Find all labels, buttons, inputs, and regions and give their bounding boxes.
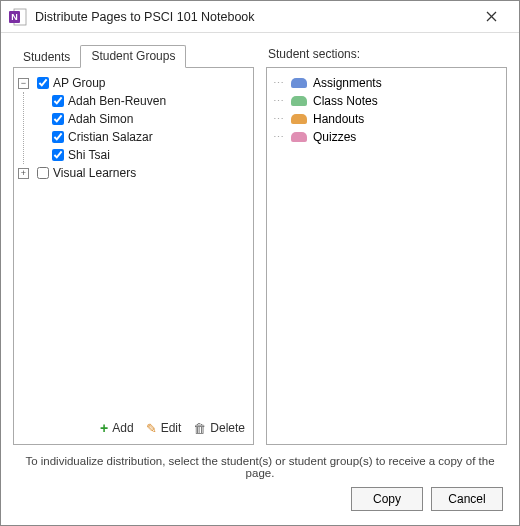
cancel-button[interactable]: Cancel: [431, 487, 503, 511]
dialog-body: Students Student Groups − AP Group: [1, 33, 519, 525]
tree-connector-icon: ⋯: [273, 77, 285, 90]
titlebar: N Distribute Pages to PSCI 101 Notebook: [1, 1, 519, 33]
group-members: Adah Ben-Reuven Adah Simon Cristian Sala: [23, 92, 249, 164]
section-item[interactable]: ⋯ Handouts: [273, 110, 500, 128]
member-checkbox[interactable]: [52, 149, 64, 161]
footer-help-text: To individualize distribution, select th…: [13, 445, 507, 487]
add-label: Add: [112, 421, 133, 435]
groups-tree: − AP Group Adah Ben-Reuven: [18, 74, 249, 414]
tree-group-row: − AP Group: [18, 74, 249, 92]
tree-spacer: [33, 150, 44, 161]
tree-member-row: Adah Simon: [33, 110, 249, 128]
pencil-icon: ✎: [146, 421, 157, 436]
close-button[interactable]: [471, 2, 511, 32]
section-tab-icon: [291, 96, 307, 106]
right-column: Student sections: ⋯ Assignments ⋯ Class …: [266, 43, 507, 445]
add-group-button[interactable]: + Add: [100, 420, 134, 436]
plus-icon: +: [100, 420, 108, 436]
section-item[interactable]: ⋯ Assignments: [273, 74, 500, 92]
section-label: Quizzes: [313, 130, 356, 144]
member-label[interactable]: Adah Simon: [68, 112, 133, 126]
tree-spacer: [33, 132, 44, 143]
dialog-buttons: Copy Cancel: [13, 487, 507, 515]
member-checkbox[interactable]: [52, 95, 64, 107]
copy-button[interactable]: Copy: [351, 487, 423, 511]
tree-member-row: Cristian Salazar: [33, 128, 249, 146]
section-tab-icon: [291, 114, 307, 124]
tree-member-row: Shi Tsai: [33, 146, 249, 164]
groups-tree-pane: − AP Group Adah Ben-Reuven: [13, 67, 254, 445]
sections-list: ⋯ Assignments ⋯ Class Notes ⋯ Han: [273, 74, 500, 146]
tab-students[interactable]: Students: [13, 47, 80, 68]
tree-spacer: [33, 114, 44, 125]
tree-connector-icon: ⋯: [273, 113, 285, 126]
member-label[interactable]: Cristian Salazar: [68, 130, 153, 144]
tabs-row: Students Student Groups: [13, 43, 254, 67]
dialog-window: N Distribute Pages to PSCI 101 Notebook …: [0, 0, 520, 526]
trash-icon: 🗑: [193, 421, 206, 436]
tree-member-row: Adah Ben-Reuven: [33, 92, 249, 110]
onenote-app-icon: N: [9, 8, 27, 26]
tree-group-row: + Visual Learners: [18, 164, 249, 182]
svg-text:N: N: [11, 12, 18, 22]
delete-group-button[interactable]: 🗑 Delete: [193, 420, 245, 436]
group-checkbox[interactable]: [37, 167, 49, 179]
tab-student-groups[interactable]: Student Groups: [80, 45, 186, 68]
edit-group-button[interactable]: ✎ Edit: [146, 420, 182, 436]
close-icon: [486, 11, 497, 22]
section-label: Assignments: [313, 76, 382, 90]
section-tab-icon: [291, 78, 307, 88]
sections-pane: ⋯ Assignments ⋯ Class Notes ⋯ Han: [266, 67, 507, 445]
content-columns: Students Student Groups − AP Group: [13, 43, 507, 445]
group-checkbox[interactable]: [37, 77, 49, 89]
section-tab-icon: [291, 132, 307, 142]
tree-connector-icon: ⋯: [273, 95, 285, 108]
tree-spacer: [33, 96, 44, 107]
tree-connector-icon: ⋯: [273, 131, 285, 144]
expand-toggle[interactable]: +: [18, 168, 29, 179]
edit-label: Edit: [161, 421, 182, 435]
expand-toggle[interactable]: −: [18, 78, 29, 89]
delete-label: Delete: [210, 421, 245, 435]
member-checkbox[interactable]: [52, 131, 64, 143]
group-actions-row: + Add ✎ Edit 🗑 Delete: [18, 414, 249, 438]
member-label[interactable]: Shi Tsai: [68, 148, 110, 162]
member-checkbox[interactable]: [52, 113, 64, 125]
member-label[interactable]: Adah Ben-Reuven: [68, 94, 166, 108]
section-item[interactable]: ⋯ Quizzes: [273, 128, 500, 146]
section-item[interactable]: ⋯ Class Notes: [273, 92, 500, 110]
window-title: Distribute Pages to PSCI 101 Notebook: [35, 10, 471, 24]
section-label: Handouts: [313, 112, 364, 126]
left-column: Students Student Groups − AP Group: [13, 43, 254, 445]
section-label: Class Notes: [313, 94, 378, 108]
group-label[interactable]: AP Group: [53, 76, 105, 90]
group-label[interactable]: Visual Learners: [53, 166, 136, 180]
sections-heading: Student sections:: [266, 43, 507, 67]
